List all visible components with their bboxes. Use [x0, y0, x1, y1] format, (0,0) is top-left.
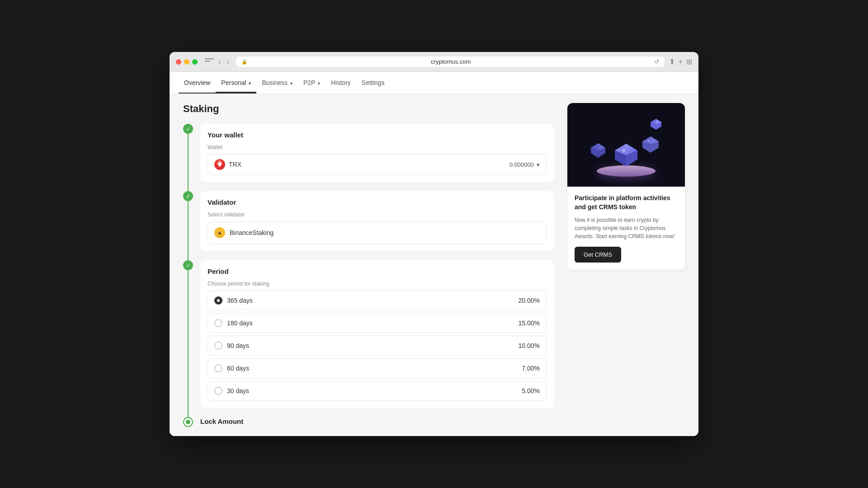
- address-bar[interactable]: 🔒 cryptomus.com ↺: [236, 56, 665, 67]
- binance-icon: ◈: [214, 227, 225, 238]
- promo-title: Participate in platform activities and g…: [575, 194, 678, 211]
- radio-30: [214, 387, 222, 395]
- wallet-currency-name: TRX: [229, 161, 241, 168]
- dropdown-arrow-business: ▾: [289, 81, 292, 86]
- period-option-30[interactable]: 30 days 5.00%: [208, 381, 547, 401]
- promo-description: Now it is possible to earn crypto by com…: [575, 216, 678, 240]
- period-option-180[interactable]: 180 days 15.00%: [208, 313, 547, 333]
- checkmark-icon-period: ✓: [186, 262, 191, 269]
- chevron-down-icon: ▾: [537, 161, 540, 168]
- left-column: Staking ✓ Your wallet Wallet: [183, 103, 554, 427]
- step-period: ✓ Period Choose period for staking 36: [183, 260, 554, 408]
- step-indicator-period: ✓: [183, 260, 193, 270]
- close-window-button[interactable]: [176, 59, 181, 65]
- period-option-365[interactable]: 365 days 20.00%: [208, 291, 547, 310]
- radio-365: [214, 296, 222, 305]
- promo-body: Participate in platform activities and g…: [567, 187, 685, 270]
- step-validator: ✓ Validator Select validator ◈ BinanceSt…: [183, 191, 554, 251]
- period-rate-365: 20.00%: [519, 297, 540, 304]
- share-button[interactable]: ⬆: [669, 57, 675, 66]
- url-display: cryptomus.com: [251, 58, 651, 65]
- step-content-wallet: Your wallet Wallet: [200, 124, 554, 182]
- get-crms-button[interactable]: Get CRMS: [575, 247, 621, 263]
- security-icon: 🔒: [241, 59, 248, 65]
- step-title-validator: Validator: [208, 198, 547, 206]
- browser-chrome: ‹ › 🔒 cryptomus.com ↺ ⬆ + ⊞: [170, 52, 698, 72]
- period-days-365: 365 days: [227, 297, 253, 304]
- browser-controls: ‹ ›: [205, 57, 231, 67]
- nav-item-business[interactable]: Business ▾: [256, 72, 298, 94]
- main-layout: Staking ✓ Your wallet Wallet: [170, 94, 698, 436]
- svg-point-15: [654, 121, 656, 122]
- wallet-selector[interactable]: TRX 0.000000 ▾: [208, 154, 547, 175]
- step-indicator-lock-amount: [183, 417, 193, 427]
- reload-button[interactable]: ↺: [654, 58, 659, 65]
- tabs-button[interactable]: ⊞: [686, 57, 692, 66]
- step-content-validator: Validator Select validator ◈ BinanceStak…: [200, 191, 554, 251]
- nav-bar: Overview Personal ▾ Business ▾ P2P ▾ His…: [170, 72, 698, 94]
- checkmark-icon: ✓: [186, 126, 191, 132]
- new-tab-button[interactable]: +: [679, 58, 683, 66]
- step-title-period: Period: [208, 267, 547, 275]
- traffic-lights: [176, 59, 198, 65]
- step-indicator-validator: ✓: [183, 191, 193, 201]
- maximize-window-button[interactable]: [192, 59, 198, 65]
- step-indicator-wallet: ✓: [183, 124, 193, 134]
- nav-item-history[interactable]: History: [326, 72, 356, 94]
- validator-selector[interactable]: ◈ BinanceStaking: [208, 221, 547, 244]
- period-days-180: 180 days: [227, 319, 253, 327]
- back-button[interactable]: ‹: [217, 57, 222, 67]
- trx-icon: [214, 159, 225, 170]
- steps-container: ✓ Your wallet Wallet: [183, 124, 554, 427]
- period-field-label: Choose period for staking: [208, 281, 547, 287]
- wallet-field-label: Wallet: [208, 144, 547, 150]
- step-title-wallet: Your wallet: [208, 131, 547, 139]
- radio-180: [214, 319, 222, 327]
- page-content: Overview Personal ▾ Business ▾ P2P ▾ His…: [170, 72, 698, 436]
- period-options: 365 days 20.00% 180 days: [208, 291, 547, 401]
- period-rate-90: 10.00%: [519, 342, 540, 349]
- sidebar-toggle-button[interactable]: [205, 58, 214, 66]
- period-rate-60: 7.00%: [522, 365, 540, 372]
- forward-button[interactable]: ›: [225, 57, 231, 67]
- nav-item-p2p[interactable]: P2P ▾: [298, 72, 326, 94]
- lock-amount-title: Lock Amount: [200, 417, 243, 427]
- dropdown-arrow-p2p: ▾: [316, 81, 320, 86]
- promo-card: Participate in platform activities and g…: [567, 103, 685, 270]
- period-option-60[interactable]: 60 days 7.00%: [208, 358, 547, 378]
- checkmark-icon-validator: ✓: [186, 193, 191, 200]
- period-days-60: 60 days: [227, 365, 249, 372]
- dropdown-arrow-personal: ▾: [248, 81, 251, 86]
- svg-point-9: [648, 140, 650, 142]
- gem-tiny: [650, 118, 662, 131]
- nav-item-personal-dropdown[interactable]: Personal ▾: [216, 72, 256, 94]
- validator-name: BinanceStaking: [230, 229, 274, 236]
- wallet-selector-left: TRX: [214, 159, 241, 170]
- right-column: Participate in platform activities and g…: [567, 103, 685, 427]
- period-option-90[interactable]: 90 days 10.00%: [208, 336, 547, 356]
- period-days-30: 30 days: [227, 387, 249, 394]
- period-rate-180: 15.00%: [519, 319, 540, 327]
- radio-60: [214, 364, 222, 372]
- step-lock-amount: Lock Amount: [183, 417, 554, 427]
- step-wallet: ✓ Your wallet Wallet: [183, 124, 554, 182]
- browser-actions: ⬆ + ⊞: [669, 57, 692, 66]
- gem-main: [613, 141, 640, 169]
- step-content-period: Period Choose period for staking 365 day…: [200, 260, 554, 408]
- period-rate-30: 5.00%: [522, 387, 540, 394]
- promo-image: [567, 103, 685, 187]
- svg-point-5: [623, 149, 625, 152]
- wallet-balance-display: 0.000000 ▾: [509, 161, 540, 168]
- page-title: Staking: [183, 103, 554, 115]
- gem-small-left: [590, 142, 606, 159]
- period-days-90: 90 days: [227, 342, 249, 349]
- nav-item-personal[interactable]: Overview: [179, 72, 216, 94]
- radio-90: [214, 342, 222, 350]
- nav-item-settings[interactable]: Settings: [356, 72, 390, 94]
- minimize-window-button[interactable]: [184, 59, 189, 65]
- validator-field-label: Select validator: [208, 211, 547, 218]
- gem-small-right: [641, 135, 660, 154]
- crypto-scene: [581, 109, 671, 181]
